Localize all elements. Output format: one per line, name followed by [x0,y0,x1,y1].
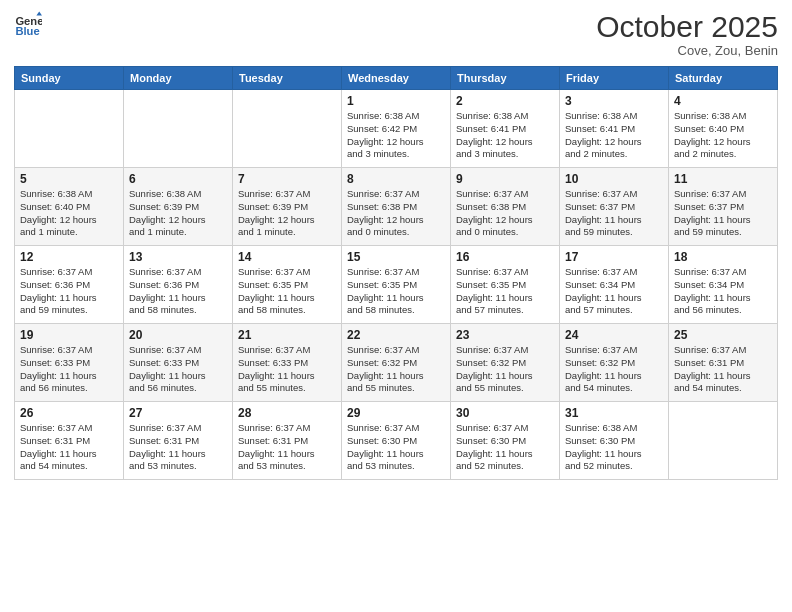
day-number: 13 [129,250,227,264]
day-number: 2 [456,94,554,108]
header-tuesday: Tuesday [233,67,342,90]
week-row-3: 19Sunrise: 6:37 AM Sunset: 6:33 PM Dayli… [15,324,778,402]
header-saturday: Saturday [669,67,778,90]
header-wednesday: Wednesday [342,67,451,90]
day-number: 7 [238,172,336,186]
day-info: Sunrise: 6:37 AM Sunset: 6:32 PM Dayligh… [347,344,445,395]
day-info: Sunrise: 6:38 AM Sunset: 6:30 PM Dayligh… [565,422,663,473]
day-number: 4 [674,94,772,108]
day-info: Sunrise: 6:37 AM Sunset: 6:37 PM Dayligh… [674,188,772,239]
calendar-cell-1-5: 10Sunrise: 6:37 AM Sunset: 6:37 PM Dayli… [560,168,669,246]
calendar-cell-2-6: 18Sunrise: 6:37 AM Sunset: 6:34 PM Dayli… [669,246,778,324]
day-number: 26 [20,406,118,420]
header: General Blue October 2025 Cove, Zou, Ben… [14,10,778,58]
calendar-cell-3-4: 23Sunrise: 6:37 AM Sunset: 6:32 PM Dayli… [451,324,560,402]
month-title: October 2025 [596,10,778,43]
day-number: 17 [565,250,663,264]
calendar-cell-0-6: 4Sunrise: 6:38 AM Sunset: 6:40 PM Daylig… [669,90,778,168]
header-friday: Friday [560,67,669,90]
day-number: 25 [674,328,772,342]
day-number: 6 [129,172,227,186]
logo-icon: General Blue [14,10,42,38]
week-row-0: 1Sunrise: 6:38 AM Sunset: 6:42 PM Daylig… [15,90,778,168]
calendar-cell-1-2: 7Sunrise: 6:37 AM Sunset: 6:39 PM Daylig… [233,168,342,246]
calendar-cell-3-5: 24Sunrise: 6:37 AM Sunset: 6:32 PM Dayli… [560,324,669,402]
day-info: Sunrise: 6:37 AM Sunset: 6:34 PM Dayligh… [565,266,663,317]
calendar-cell-1-3: 8Sunrise: 6:37 AM Sunset: 6:38 PM Daylig… [342,168,451,246]
day-info: Sunrise: 6:38 AM Sunset: 6:42 PM Dayligh… [347,110,445,161]
header-sunday: Sunday [15,67,124,90]
calendar-cell-4-1: 27Sunrise: 6:37 AM Sunset: 6:31 PM Dayli… [124,402,233,480]
week-row-1: 5Sunrise: 6:38 AM Sunset: 6:40 PM Daylig… [15,168,778,246]
day-number: 5 [20,172,118,186]
subtitle: Cove, Zou, Benin [596,43,778,58]
day-number: 14 [238,250,336,264]
day-info: Sunrise: 6:37 AM Sunset: 6:31 PM Dayligh… [674,344,772,395]
calendar-cell-3-1: 20Sunrise: 6:37 AM Sunset: 6:33 PM Dayli… [124,324,233,402]
day-number: 29 [347,406,445,420]
day-info: Sunrise: 6:37 AM Sunset: 6:35 PM Dayligh… [347,266,445,317]
calendar-cell-3-3: 22Sunrise: 6:37 AM Sunset: 6:32 PM Dayli… [342,324,451,402]
day-info: Sunrise: 6:37 AM Sunset: 6:33 PM Dayligh… [238,344,336,395]
calendar-cell-0-5: 3Sunrise: 6:38 AM Sunset: 6:41 PM Daylig… [560,90,669,168]
day-number: 31 [565,406,663,420]
day-number: 20 [129,328,227,342]
day-info: Sunrise: 6:37 AM Sunset: 6:35 PM Dayligh… [238,266,336,317]
calendar-cell-4-6 [669,402,778,480]
calendar-cell-2-2: 14Sunrise: 6:37 AM Sunset: 6:35 PM Dayli… [233,246,342,324]
day-info: Sunrise: 6:37 AM Sunset: 6:30 PM Dayligh… [347,422,445,473]
day-number: 21 [238,328,336,342]
day-number: 28 [238,406,336,420]
day-info: Sunrise: 6:38 AM Sunset: 6:39 PM Dayligh… [129,188,227,239]
day-info: Sunrise: 6:37 AM Sunset: 6:35 PM Dayligh… [456,266,554,317]
calendar-cell-4-2: 28Sunrise: 6:37 AM Sunset: 6:31 PM Dayli… [233,402,342,480]
calendar-table: Sunday Monday Tuesday Wednesday Thursday… [14,66,778,480]
day-info: Sunrise: 6:38 AM Sunset: 6:40 PM Dayligh… [674,110,772,161]
day-number: 18 [674,250,772,264]
calendar-cell-0-3: 1Sunrise: 6:38 AM Sunset: 6:42 PM Daylig… [342,90,451,168]
calendar-cell-2-3: 15Sunrise: 6:37 AM Sunset: 6:35 PM Dayli… [342,246,451,324]
day-info: Sunrise: 6:37 AM Sunset: 6:34 PM Dayligh… [674,266,772,317]
calendar-cell-3-2: 21Sunrise: 6:37 AM Sunset: 6:33 PM Dayli… [233,324,342,402]
calendar-cell-1-4: 9Sunrise: 6:37 AM Sunset: 6:38 PM Daylig… [451,168,560,246]
day-number: 9 [456,172,554,186]
day-number: 10 [565,172,663,186]
header-monday: Monday [124,67,233,90]
calendar-cell-3-6: 25Sunrise: 6:37 AM Sunset: 6:31 PM Dayli… [669,324,778,402]
calendar-cell-0-1 [124,90,233,168]
day-info: Sunrise: 6:37 AM Sunset: 6:33 PM Dayligh… [20,344,118,395]
calendar-cell-4-3: 29Sunrise: 6:37 AM Sunset: 6:30 PM Dayli… [342,402,451,480]
day-number: 12 [20,250,118,264]
calendar-cell-4-4: 30Sunrise: 6:37 AM Sunset: 6:30 PM Dayli… [451,402,560,480]
day-info: Sunrise: 6:37 AM Sunset: 6:31 PM Dayligh… [238,422,336,473]
calendar-cell-1-0: 5Sunrise: 6:38 AM Sunset: 6:40 PM Daylig… [15,168,124,246]
calendar-header-row: Sunday Monday Tuesday Wednesday Thursday… [15,67,778,90]
day-number: 16 [456,250,554,264]
day-info: Sunrise: 6:37 AM Sunset: 6:33 PM Dayligh… [129,344,227,395]
day-number: 24 [565,328,663,342]
day-number: 30 [456,406,554,420]
calendar-cell-2-1: 13Sunrise: 6:37 AM Sunset: 6:36 PM Dayli… [124,246,233,324]
logo: General Blue [14,10,42,38]
week-row-4: 26Sunrise: 6:37 AM Sunset: 6:31 PM Dayli… [15,402,778,480]
day-number: 23 [456,328,554,342]
day-info: Sunrise: 6:37 AM Sunset: 6:31 PM Dayligh… [20,422,118,473]
day-info: Sunrise: 6:38 AM Sunset: 6:41 PM Dayligh… [456,110,554,161]
day-number: 15 [347,250,445,264]
day-info: Sunrise: 6:37 AM Sunset: 6:30 PM Dayligh… [456,422,554,473]
calendar-cell-2-5: 17Sunrise: 6:37 AM Sunset: 6:34 PM Dayli… [560,246,669,324]
day-info: Sunrise: 6:37 AM Sunset: 6:36 PM Dayligh… [20,266,118,317]
day-info: Sunrise: 6:37 AM Sunset: 6:32 PM Dayligh… [456,344,554,395]
calendar-cell-1-6: 11Sunrise: 6:37 AM Sunset: 6:37 PM Dayli… [669,168,778,246]
calendar-cell-0-4: 2Sunrise: 6:38 AM Sunset: 6:41 PM Daylig… [451,90,560,168]
svg-text:Blue: Blue [15,25,39,37]
day-number: 22 [347,328,445,342]
day-info: Sunrise: 6:37 AM Sunset: 6:32 PM Dayligh… [565,344,663,395]
day-info: Sunrise: 6:37 AM Sunset: 6:37 PM Dayligh… [565,188,663,239]
day-info: Sunrise: 6:37 AM Sunset: 6:36 PM Dayligh… [129,266,227,317]
day-info: Sunrise: 6:37 AM Sunset: 6:38 PM Dayligh… [456,188,554,239]
title-area: October 2025 Cove, Zou, Benin [596,10,778,58]
calendar-cell-2-4: 16Sunrise: 6:37 AM Sunset: 6:35 PM Dayli… [451,246,560,324]
header-thursday: Thursday [451,67,560,90]
day-number: 11 [674,172,772,186]
